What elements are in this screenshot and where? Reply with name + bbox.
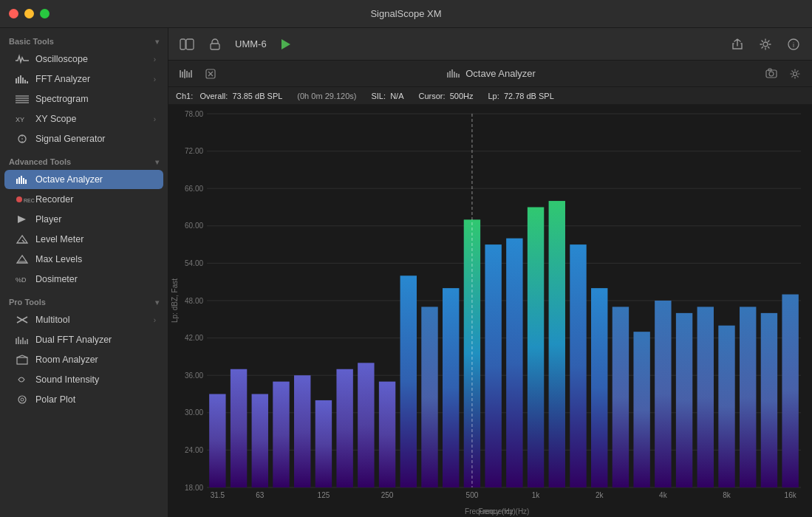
sidebar-item-multitool[interactable]: Multitool › [4, 310, 163, 329]
svg-rect-55 [447, 72, 448, 78]
chart-toolbar: Octave Analyzer [168, 61, 812, 87]
svg-rect-58 [454, 72, 455, 78]
svg-rect-17 [25, 179, 27, 184]
waveform-icon [179, 69, 192, 79]
xy-scope-arrow-icon: › [154, 115, 156, 123]
toolbar-right: i [726, 34, 805, 55]
chart-settings-button[interactable] [785, 65, 805, 83]
lock-button[interactable] [204, 34, 226, 55]
play-icon [282, 39, 290, 49]
chart-container[interactable]: Frequency (Hz) [168, 105, 812, 517]
dual-fft-analyzer-icon [15, 334, 30, 346]
recorder-icon: REC [15, 194, 30, 205]
chart-title-area: Octave Analyzer [226, 68, 756, 80]
sidebar-item-sound-intensity[interactable]: Sound Intensity [4, 370, 163, 389]
dual-fft-analyzer-label: Dual FFT Analyzer [35, 335, 112, 345]
sil-label: SIL: N/A [371, 92, 403, 100]
info-icon: i [788, 38, 799, 50]
minimize-button[interactable] [24, 9, 34, 18]
svg-rect-50 [188, 72, 190, 78]
sidebar-item-spectrogram[interactable]: Spectrogram [4, 89, 163, 109]
svg-text:XY: XY [16, 116, 24, 123]
chart-title-text: Octave Analyzer [465, 68, 536, 79]
level-meter-label: Level Meter [35, 234, 83, 244]
sidebar-item-fft-analyzer[interactable]: FFT Analyzer › [4, 69, 163, 89]
advanced-tools-chevron-icon: ▾ [155, 158, 159, 166]
info-button[interactable]: i [782, 34, 805, 55]
sidebar-item-recorder[interactable]: REC Recorder [4, 190, 163, 209]
octave-chart-canvas[interactable] [168, 105, 812, 517]
sidebar-toggle-button[interactable] [176, 34, 198, 55]
svg-rect-41 [211, 44, 219, 49]
advanced-tools-section[interactable]: Advanced Tools ▾ [0, 153, 168, 169]
sidebar-item-level-meter[interactable]: Level Meter [4, 230, 163, 249]
player-label: Player [35, 214, 61, 225]
svg-point-18 [16, 196, 22, 202]
dosimeter-label: Dosimeter [35, 274, 78, 284]
oscilloscope-label: Oscilloscope [35, 54, 88, 64]
svg-text:i: i [793, 41, 794, 49]
play-button[interactable] [276, 34, 296, 55]
share-button[interactable] [726, 34, 748, 55]
svg-marker-21 [17, 236, 27, 243]
pro-tools-label: Pro Tools [9, 298, 46, 307]
svg-rect-46 [180, 70, 181, 78]
svg-point-43 [763, 42, 768, 47]
svg-line-22 [22, 240, 24, 242]
close-button[interactable] [9, 9, 18, 18]
svg-rect-13 [16, 179, 18, 184]
spectrogram-label: Spectrogram [35, 94, 89, 104]
sound-intensity-icon [15, 374, 30, 386]
max-levels-label: Max Levels [35, 254, 82, 264]
basic-tools-section[interactable]: Basic Tools ▾ [0, 32, 168, 49]
content-area: UMM-6 [168, 28, 812, 517]
sidebar-item-octave-analyzer[interactable]: Octave Analyzer [4, 170, 163, 189]
sound-intensity-label: Sound Intensity [35, 374, 99, 385]
multitool-label: Multitool [35, 315, 70, 325]
screenshot-button[interactable] [762, 65, 781, 83]
sidebar-item-dosimeter[interactable]: %D Dosimeter [4, 270, 163, 289]
pro-tools-section[interactable]: Pro Tools ▾ [0, 293, 168, 309]
level-meter-icon [15, 233, 30, 245]
sidebar-item-room-analyzer[interactable]: Room Analyzer [4, 350, 163, 369]
settings-button[interactable] [754, 34, 777, 55]
lp-label: Lp: 72.78 dB SPL [488, 92, 553, 100]
max-levels-icon [15, 253, 30, 265]
svg-rect-51 [191, 70, 192, 78]
svg-rect-56 [449, 71, 451, 78]
chart-settings-icon [790, 69, 800, 79]
sidebar-item-oscilloscope[interactable]: Oscilloscope › [4, 49, 163, 69]
oscilloscope-arrow-icon: › [154, 55, 156, 64]
titlebar: SignalScope XM [0, 0, 812, 28]
svg-point-38 [21, 398, 24, 401]
waveform-button[interactable] [176, 65, 195, 83]
sidebar-item-polar-plot[interactable]: Polar Plot [4, 390, 163, 409]
svg-rect-15 [21, 176, 22, 184]
octave-title-icon [446, 69, 460, 78]
pro-tools-chevron-icon: ▾ [155, 298, 159, 307]
svg-rect-57 [451, 69, 453, 78]
sidebar: Basic Tools ▾ Oscilloscope › [0, 28, 168, 517]
time-label: (0h 0m 29.120s) [297, 92, 356, 100]
cursor-label: Cursor: 500Hz [419, 92, 474, 100]
chart-options-button[interactable] [201, 65, 220, 83]
sidebar-item-player[interactable]: Player [4, 210, 163, 229]
sidebar-item-signal-generator[interactable]: Signal Generator [4, 129, 163, 148]
multitool-icon [15, 314, 30, 326]
window-controls[interactable] [9, 9, 50, 18]
octave-analyzer-icon [15, 174, 30, 185]
basic-tools-chevron-icon: ▾ [155, 38, 159, 46]
signal-generator-icon [15, 133, 30, 145]
advanced-tools-label: Advanced Tools [9, 157, 71, 166]
maximize-button[interactable] [40, 9, 50, 18]
svg-rect-47 [182, 72, 183, 78]
svg-marker-42 [282, 39, 290, 49]
fft-analyzer-label: FFT Analyzer [35, 74, 90, 84]
sidebar-item-xy-scope[interactable]: XY XY Scope › [4, 109, 163, 129]
octave-analyzer-label: Octave Analyzer [35, 174, 103, 185]
sidebar-item-dual-fft-analyzer[interactable]: Dual FFT Analyzer [4, 330, 163, 349]
svg-point-64 [794, 72, 797, 75]
sidebar-item-max-levels[interactable]: Max Levels [4, 250, 163, 269]
svg-rect-16 [23, 178, 24, 184]
svg-rect-60 [458, 74, 460, 78]
